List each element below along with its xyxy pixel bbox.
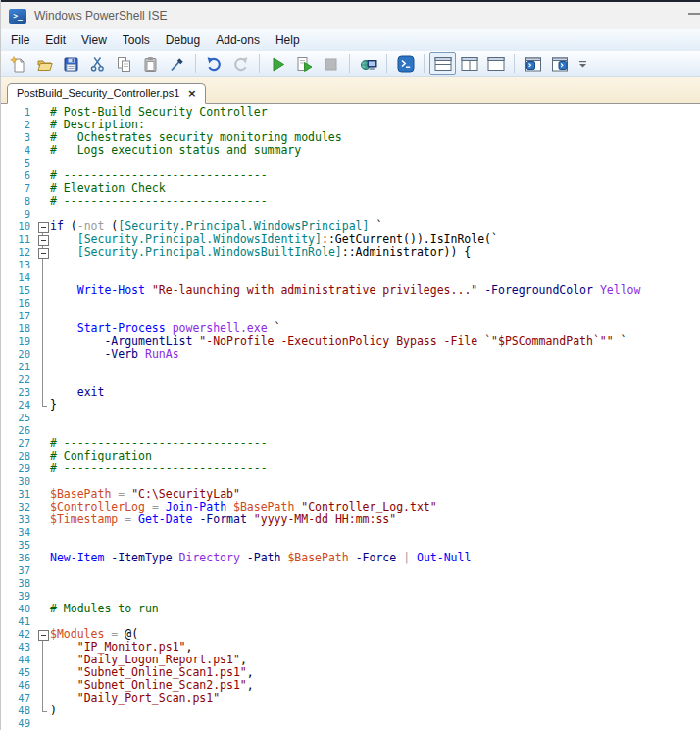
paste-button[interactable]: [137, 52, 164, 75]
new-powershell-tab-button[interactable]: [520, 52, 546, 75]
code-line-49[interactable]: 49: [1, 717, 700, 730]
line-number: 28: [1, 450, 36, 462]
code-line-23[interactable]: 23 exit: [1, 386, 700, 399]
code-line-34[interactable]: 34: [1, 526, 700, 539]
code-line-38[interactable]: 38: [1, 577, 700, 590]
line-number: 18: [1, 322, 36, 335]
code-line-22[interactable]: 22: [1, 373, 700, 386]
fold-margin: [36, 106, 50, 119]
menu-debug[interactable]: Debug: [158, 29, 208, 51]
fold-margin: [36, 641, 50, 654]
menu-addons[interactable]: Add-ons: [208, 29, 268, 51]
code-line-15[interactable]: 15 Write-Host "Re-launching with adminis…: [1, 284, 700, 297]
cut-button[interactable]: [84, 52, 111, 75]
fold-margin: [36, 399, 50, 412]
code-line-24[interactable]: 24}: [1, 399, 700, 412]
fold-margin: [36, 208, 50, 220]
code-line-12[interactable]: 12 [Security.Principal.WindowsBuiltInRol…: [1, 246, 700, 259]
fold-margin: [36, 501, 50, 513]
save-floppy-icon: [63, 56, 79, 73]
new-remote-powershell-tab-button[interactable]: [355, 52, 381, 75]
code-text: Write-Host "Re-launching with administra…: [50, 284, 700, 297]
code-line-47[interactable]: 47 "Daily_Port_Scan.ps1": [1, 692, 700, 705]
tab-postbuild-security-controller[interactable]: PostBuild_Security_Controller.ps1 ×: [7, 83, 206, 104]
line-number: 40: [1, 603, 36, 615]
line-number: 13: [1, 259, 36, 271]
code-line-8[interactable]: 8# ------------------------------: [1, 195, 700, 208]
line-number: 36: [1, 552, 36, 564]
clear-console-pane-button[interactable]: [164, 52, 190, 75]
fold-margin: [36, 386, 50, 399]
code-line-4[interactable]: 4# Logs execution status and summary: [1, 144, 700, 157]
fold-margin: [36, 437, 50, 450]
open-folder-icon: [36, 56, 53, 73]
title-bar[interactable]: >_ Windows PowerShell ISE: [1, 2, 700, 29]
script-editor-pane[interactable]: 1# Post-Build Security Controller2# Desc…: [1, 104, 700, 730]
line-number: 8: [1, 195, 36, 208]
tab-close-icon[interactable]: ×: [187, 88, 196, 99]
fold-margin: [36, 412, 50, 424]
line-number: 41: [1, 615, 36, 628]
code-line-21[interactable]: 21: [1, 361, 700, 373]
line-number: 20: [1, 348, 36, 361]
open-script-button[interactable]: [31, 52, 58, 75]
new-powershell-window-button[interactable]: [546, 52, 573, 75]
line-number: 44: [1, 654, 36, 666]
line-number: 42: [1, 628, 36, 641]
powershell-app-icon: >_: [9, 9, 26, 24]
menu-file[interactable]: File: [3, 29, 37, 51]
show-script-pane-maximized-button[interactable]: [482, 52, 509, 75]
fold-collapse-icon[interactable]: [36, 628, 50, 641]
fold-collapse-icon[interactable]: [36, 233, 50, 246]
fold-margin: [36, 271, 50, 284]
run-script-button[interactable]: [265, 52, 291, 75]
code-line-36[interactable]: 36New-Item -ItemType Directory -Path $Ba…: [1, 552, 700, 564]
line-number: 34: [1, 526, 36, 539]
line-number: 16: [1, 297, 36, 310]
run-selection-button[interactable]: [291, 52, 318, 75]
show-script-pane-top-button[interactable]: [429, 52, 456, 75]
code-line-40[interactable]: 40# Modules to run: [1, 603, 700, 615]
toolbar-separator: [349, 54, 350, 73]
line-number: 22: [1, 373, 36, 386]
code-line-13[interactable]: 13: [1, 259, 700, 271]
save-script-button[interactable]: [58, 52, 84, 75]
start-powershell-exe-button[interactable]: [392, 52, 419, 75]
code-line-37[interactable]: 37: [1, 564, 700, 577]
fold-collapse-icon[interactable]: [36, 220, 50, 233]
fold-margin: [36, 297, 50, 310]
code-text: [50, 577, 700, 590]
code-line-25[interactable]: 25: [1, 412, 700, 424]
new-script-button[interactable]: [5, 52, 31, 75]
code-text: -Verb RunAs: [50, 348, 700, 361]
fold-margin: [36, 679, 50, 692]
line-number: 49: [1, 717, 36, 730]
code-line-16[interactable]: 16: [1, 297, 700, 310]
undo-button[interactable]: [201, 52, 227, 75]
copy-button[interactable]: [111, 52, 137, 75]
line-number: 1: [1, 106, 36, 119]
code-line-48[interactable]: 48): [1, 705, 700, 717]
menu-edit[interactable]: Edit: [37, 29, 74, 51]
code-line-29[interactable]: 29# ------------------------------: [1, 462, 700, 475]
minimize-button[interactable]: [688, 13, 700, 15]
app-window: >_ Windows PowerShell ISE FileEditViewTo…: [0, 0, 700, 730]
line-number: 21: [1, 361, 36, 373]
fold-collapse-icon[interactable]: [36, 246, 50, 259]
fold-margin: [36, 488, 50, 501]
fold-margin: [36, 361, 50, 373]
toolbar-overflow-button[interactable]: [578, 60, 587, 69]
menu-tools[interactable]: Tools: [115, 29, 158, 51]
menu-help[interactable]: Help: [268, 29, 308, 51]
editor-lines: 1# Post-Build Security Controller2# Desc…: [1, 106, 700, 730]
stop-operation-button[interactable]: [318, 52, 344, 75]
fold-margin: [36, 577, 50, 590]
code-line-20[interactable]: 20 -Verb RunAs: [1, 348, 700, 361]
menu-view[interactable]: View: [74, 29, 115, 51]
code-line-33[interactable]: 33$Timestamp = Get-Date -Format "yyyy-MM…: [1, 513, 700, 526]
redo-button[interactable]: [227, 52, 254, 75]
fold-margin: [36, 322, 50, 335]
show-script-pane-right-button[interactable]: [456, 52, 482, 75]
line-number: 45: [1, 666, 36, 679]
line-number: 12: [1, 246, 36, 259]
